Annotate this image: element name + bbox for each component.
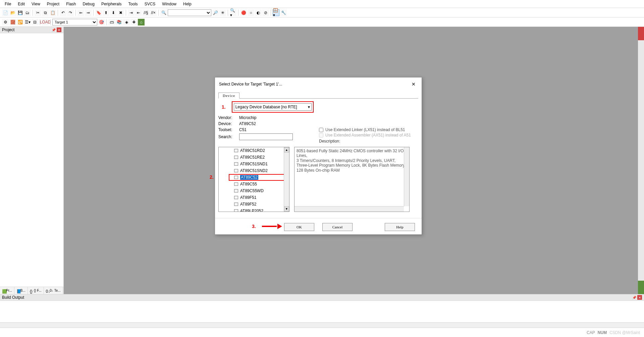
project-tab-2[interactable]: {}{} F... bbox=[28, 287, 44, 294]
find-in-files-icon[interactable]: 🔎 bbox=[212, 9, 219, 16]
menu-help[interactable]: Help bbox=[180, 1, 195, 7]
description-text: 8051-based Fully Static 24MHz CMOS contr… bbox=[297, 149, 406, 173]
scroll-up-icon[interactable]: ▲ bbox=[284, 147, 289, 153]
bp-insert-icon[interactable]: ○ bbox=[248, 9, 254, 16]
target-options-icon[interactable]: 🎯 bbox=[98, 19, 105, 25]
file-ext-icon[interactable]: 🗃 bbox=[108, 19, 115, 25]
indent-icon[interactable]: ⇥ bbox=[128, 9, 135, 16]
open-file-icon[interactable]: 📂 bbox=[9, 9, 16, 16]
extended-linker-checkbox[interactable]: Use Extended Linker (LX51) instead of BL… bbox=[319, 127, 411, 132]
dialog-button-bar: 3. OK Cancel Help bbox=[215, 218, 422, 234]
device-item-at89lp2052[interactable]: AT89LP2052 bbox=[219, 208, 284, 212]
device-item-at89f51[interactable]: AT89F51 bbox=[219, 194, 284, 201]
menu-debug[interactable]: Debug bbox=[79, 1, 98, 7]
manage-layers-icon[interactable]: ◈ bbox=[123, 19, 130, 25]
redo-icon[interactable]: ↷ bbox=[67, 9, 74, 16]
comment-icon[interactable]: //§ bbox=[143, 9, 149, 16]
device-item-at89c51snd1[interactable]: AT89C51SND1 bbox=[219, 161, 284, 167]
manage-rte-icon[interactable]: ❖ bbox=[130, 19, 137, 25]
project-tab-3[interactable]: 0↓0↓ Te... bbox=[44, 287, 63, 294]
uncomment-icon[interactable]: //× bbox=[150, 9, 157, 16]
menu-view[interactable]: View bbox=[28, 1, 44, 7]
scroll-down-icon[interactable]: ▼ bbox=[284, 206, 289, 212]
menu-window[interactable]: Window bbox=[159, 1, 180, 7]
batch-build-icon[interactable]: ☰▾ bbox=[24, 19, 31, 25]
outdent-icon[interactable]: ⇤ bbox=[135, 9, 142, 16]
rebuild-icon[interactable]: 🔁 bbox=[17, 19, 23, 25]
project-tree[interactable] bbox=[0, 33, 63, 287]
device-tree[interactable]: AT89C51RD2AT89C51RE2AT89C51SND1AT89C51SN… bbox=[218, 147, 289, 212]
find-combo[interactable] bbox=[168, 9, 211, 16]
dialog-close-button[interactable]: ✕ bbox=[410, 80, 418, 88]
menu-flash[interactable]: Flash bbox=[63, 1, 79, 7]
paste-icon[interactable]: 📋 bbox=[49, 9, 56, 16]
cut-icon[interactable]: ✂ bbox=[35, 9, 41, 16]
stop-build-icon[interactable]: ⊟ bbox=[32, 19, 38, 25]
debug-start-icon[interactable]: 🔴 bbox=[240, 9, 247, 16]
select-device-dialog: Select Device for Target 'Target 1'... ✕… bbox=[215, 77, 422, 235]
cancel-button[interactable]: Cancel bbox=[322, 223, 353, 231]
build-icon[interactable]: 🧱 bbox=[9, 19, 16, 25]
annotation-arrow-icon bbox=[262, 224, 282, 229]
menu-project[interactable]: Project bbox=[44, 1, 63, 7]
download-icon[interactable]: LOAD bbox=[42, 19, 49, 25]
device-item-at89c51re2[interactable]: AT89C51RE2 bbox=[219, 154, 284, 161]
pin-icon[interactable]: 📌 bbox=[51, 27, 56, 32]
build-output-body[interactable] bbox=[0, 301, 644, 322]
annotation-2: 2. bbox=[210, 174, 214, 180]
undo-icon[interactable]: ↶ bbox=[60, 9, 66, 16]
main-toolbar: 📄 📂 💾 🗂 ✂ ⧉ 📋 ↶ ↷ ⇐ ⇒ 🔖 ⬆ ⬇ ✖ ⇥ ⇤ //§ //… bbox=[0, 8, 644, 17]
device-database-select[interactable]: Legacy Device Database [no RTE] ▾ bbox=[234, 103, 312, 111]
nav-fwd-icon[interactable]: ⇒ bbox=[85, 9, 92, 16]
menu-file[interactable]: File bbox=[1, 1, 14, 7]
desc-vscrollbar[interactable] bbox=[404, 147, 409, 206]
close-panel-icon[interactable]: ✕ bbox=[57, 27, 61, 32]
menu-svcs[interactable]: SVCS bbox=[141, 1, 159, 7]
workspace-scroll-strip bbox=[638, 27, 644, 294]
device-item-at89c55[interactable]: AT89C55 bbox=[219, 181, 284, 187]
save-all-icon[interactable]: 🗂 bbox=[24, 9, 31, 16]
project-tab-0[interactable]: 🟩Pr... bbox=[0, 287, 14, 294]
bookmark-icon[interactable]: 🔖 bbox=[95, 9, 102, 16]
ok-button[interactable]: OK bbox=[284, 223, 314, 231]
nav-back-icon[interactable]: ⇐ bbox=[77, 9, 84, 16]
tree-scrollbar[interactable]: ▲ ▼ bbox=[284, 147, 289, 212]
device-item-at89c52[interactable]: AT89C52 bbox=[219, 174, 284, 181]
pack-installer-icon[interactable]: ⌂ bbox=[138, 19, 145, 25]
project-tab-1[interactable]: 📘B... bbox=[14, 287, 28, 294]
save-icon[interactable]: 💾 bbox=[17, 9, 23, 16]
bookmark-prev-icon[interactable]: ⬆ bbox=[103, 9, 109, 16]
bp-enable-icon[interactable]: ◐ bbox=[255, 9, 262, 16]
manage-books-icon[interactable]: 📚 bbox=[116, 19, 122, 25]
desc-hscrollbar[interactable] bbox=[294, 206, 404, 212]
copy-icon[interactable]: ⧉ bbox=[42, 9, 49, 16]
new-file-icon[interactable]: 📄 bbox=[2, 9, 9, 16]
device-item-at89c51snd2[interactable]: AT89C51SND2 bbox=[219, 167, 284, 174]
device-item-at89f52[interactable]: AT89F52 bbox=[219, 201, 284, 208]
device-item-at89c55wd[interactable]: AT89C55WD bbox=[219, 187, 284, 194]
bookmark-next-icon[interactable]: ⬇ bbox=[110, 9, 117, 16]
bookmark-clear-icon[interactable]: ✖ bbox=[117, 9, 124, 16]
bp-kill-icon[interactable]: ⊘ bbox=[262, 9, 269, 16]
chip-icon bbox=[234, 196, 238, 199]
device-tab[interactable]: Device bbox=[218, 93, 239, 99]
pin-icon[interactable]: 📌 bbox=[632, 295, 637, 300]
translate-icon[interactable]: ⚙ bbox=[2, 19, 9, 25]
search-input[interactable] bbox=[239, 133, 293, 140]
target-select[interactable]: Target 1 bbox=[52, 19, 97, 25]
chip-icon bbox=[234, 156, 238, 159]
zoom-icon[interactable]: 🔍▾ bbox=[230, 9, 236, 16]
close-panel-icon[interactable]: ✕ bbox=[637, 295, 642, 300]
configure-icon[interactable]: 🔧 bbox=[280, 9, 287, 16]
device-item-at89c51rd2[interactable]: AT89C51RD2 bbox=[219, 147, 284, 154]
incremental-find-icon[interactable]: ✳ bbox=[219, 9, 226, 16]
annotation-3: 3. bbox=[252, 224, 256, 229]
menu-tools[interactable]: Tools bbox=[125, 1, 141, 7]
menu-edit[interactable]: Edit bbox=[14, 1, 28, 7]
find-icon[interactable]: 🔍 bbox=[160, 9, 167, 16]
dialog-title: Select Device for Target 'Target 1'... bbox=[219, 82, 282, 87]
help-button[interactable]: Help bbox=[385, 223, 415, 231]
build-output-scrollbar[interactable] bbox=[0, 322, 644, 328]
window-icon[interactable]: 🪟▾ bbox=[273, 9, 279, 16]
menu-peripherals[interactable]: Peripherals bbox=[98, 1, 125, 7]
